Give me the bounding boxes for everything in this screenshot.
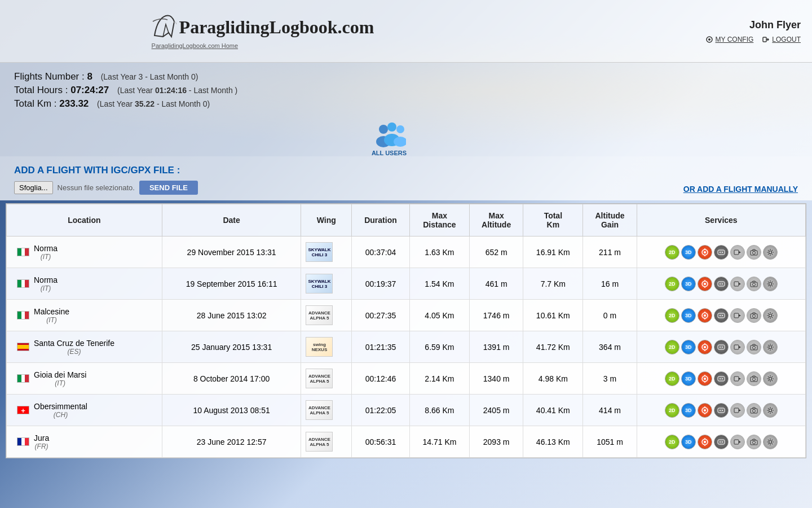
altitude-gain-cell: 3 m	[583, 363, 637, 395]
wing-cell: SKYWALK CHILI 3	[301, 237, 352, 268]
service-camera-icon[interactable]	[747, 308, 761, 323]
service-camera-icon[interactable]	[747, 340, 761, 354]
service-video-icon[interactable]	[730, 308, 745, 323]
flag-it	[17, 374, 29, 383]
config-icon	[705, 36, 713, 43]
service-3d-icon[interactable]: 3D	[681, 371, 696, 386]
service-2d-icon[interactable]: 2D	[665, 435, 679, 449]
table-row: Malcesine (IT) 28 June 2015 13:02ADVANCE…	[7, 300, 806, 331]
service-target-icon[interactable]	[698, 435, 712, 449]
service-video-icon[interactable]	[730, 435, 745, 449]
wing-image: SKYWALK CHILI 3	[306, 242, 333, 262]
service-settings-icon[interactable]	[763, 435, 778, 449]
all-users-button[interactable]: ALL USERS	[0, 120, 781, 156]
service-game-icon[interactable]	[714, 340, 729, 354]
service-2d-icon[interactable]: 2D	[665, 245, 679, 260]
svg-rect-49	[734, 313, 739, 318]
svg-point-61	[722, 347, 723, 348]
flights-table-container: Location Date Wing Duration MaxDistance …	[6, 203, 806, 458]
service-3d-icon[interactable]: 3D	[681, 245, 696, 260]
service-2d-icon[interactable]: 2D	[665, 277, 679, 291]
logout-link[interactable]: LOGOUT	[762, 36, 801, 43]
svg-point-16	[704, 251, 706, 253]
svg-rect-8	[763, 37, 766, 42]
location-name: Norma	[34, 275, 58, 284]
service-game-icon[interactable]	[714, 308, 729, 323]
service-settings-icon[interactable]	[763, 340, 778, 354]
altitude-gain-cell: 0 m	[583, 300, 637, 331]
flag-es	[17, 343, 29, 351]
service-video-icon[interactable]	[730, 245, 745, 260]
service-target-icon[interactable]	[698, 403, 712, 418]
service-3d-icon[interactable]: 3D	[681, 308, 696, 323]
service-settings-icon[interactable]	[763, 245, 778, 260]
service-camera-icon[interactable]	[747, 435, 761, 449]
max-altitude-cell: 461 m	[469, 268, 523, 300]
service-camera-icon[interactable]	[747, 277, 761, 291]
service-settings-icon[interactable]	[763, 403, 778, 418]
location-cell: Jura (FR)	[7, 426, 162, 458]
service-game-icon[interactable]	[714, 277, 729, 291]
service-target-icon[interactable]	[698, 340, 712, 354]
table-row: Obersimmental (CH) 10 August 2013 08:51A…	[7, 395, 806, 426]
svg-point-55	[704, 346, 706, 348]
col-max-altitude: MaxAltitude	[469, 204, 523, 237]
service-2d-icon[interactable]: 2D	[665, 308, 679, 323]
service-3d-icon[interactable]: 3D	[681, 435, 696, 449]
service-game-icon[interactable]	[714, 371, 729, 386]
svg-point-52	[752, 314, 755, 317]
svg-rect-36	[734, 282, 739, 286]
max-distance-cell: 2.14 Km	[409, 363, 469, 395]
service-target-icon[interactable]	[698, 371, 712, 386]
date-cell: 23 June 2012 12:57	[162, 426, 301, 458]
manual-add-link[interactable]: OR ADD A FLIGHT MANUALLY	[683, 185, 798, 194]
svg-point-78	[752, 378, 755, 380]
service-camera-icon[interactable]	[747, 245, 761, 260]
total-km-cell: 16.91 Km	[523, 237, 583, 268]
col-max-distance: MaxDistance	[409, 204, 469, 237]
service-2d-icon[interactable]: 2D	[665, 371, 679, 386]
send-file-button[interactable]: SEND FILE	[139, 181, 198, 195]
flights-stat: Flights Number : 8 (Last Year 3 - Last M…	[14, 71, 798, 82]
max-altitude-cell: 1340 m	[469, 363, 523, 395]
browse-button[interactable]: Sfoglia...	[14, 181, 53, 194]
location-name: Santa Cruz de Tenerife	[34, 339, 114, 348]
svg-point-11	[396, 125, 404, 133]
services-cell: 2D 3D	[637, 395, 805, 426]
max-distance-cell: 1.63 Km	[409, 237, 469, 268]
svg-point-35	[722, 283, 723, 284]
col-services: Services	[637, 204, 805, 237]
table-row: Santa Cruz de Tenerife (ES) 25 January 2…	[7, 331, 806, 363]
service-video-icon[interactable]	[730, 403, 745, 418]
service-target-icon[interactable]	[698, 308, 712, 323]
service-target-icon[interactable]	[698, 277, 712, 291]
service-3d-icon[interactable]: 3D	[681, 403, 696, 418]
service-game-icon[interactable]	[714, 435, 729, 449]
duration-cell: 00:37:04	[352, 237, 410, 268]
service-camera-icon[interactable]	[747, 403, 761, 418]
service-game-icon[interactable]	[714, 403, 729, 418]
service-video-icon[interactable]	[730, 371, 745, 386]
service-2d-icon[interactable]: 2D	[665, 340, 679, 354]
svg-point-42	[704, 314, 706, 317]
logo-home-link[interactable]: ParaglidingLogbook.com Home	[152, 42, 374, 49]
location-country: (FR)	[34, 443, 49, 450]
service-game-icon[interactable]	[714, 245, 729, 260]
service-video-icon[interactable]	[730, 340, 745, 354]
location-country: (CH)	[34, 411, 87, 419]
svg-point-91	[752, 409, 755, 412]
service-2d-icon[interactable]: 2D	[665, 403, 679, 418]
service-camera-icon[interactable]	[747, 371, 761, 386]
svg-point-68	[704, 378, 706, 380]
service-settings-icon[interactable]	[763, 277, 778, 291]
my-config-link[interactable]: MY CONFIG	[705, 36, 754, 43]
wing-cell: swing NEXUS	[301, 331, 352, 363]
total-km-cell: 41.72 Km	[523, 331, 583, 363]
svg-point-87	[722, 410, 723, 411]
service-settings-icon[interactable]	[763, 371, 778, 386]
service-settings-icon[interactable]	[763, 308, 778, 323]
service-video-icon[interactable]	[730, 277, 745, 291]
service-3d-icon[interactable]: 3D	[681, 340, 696, 354]
service-target-icon[interactable]	[698, 245, 712, 260]
service-3d-icon[interactable]: 3D	[681, 277, 696, 291]
